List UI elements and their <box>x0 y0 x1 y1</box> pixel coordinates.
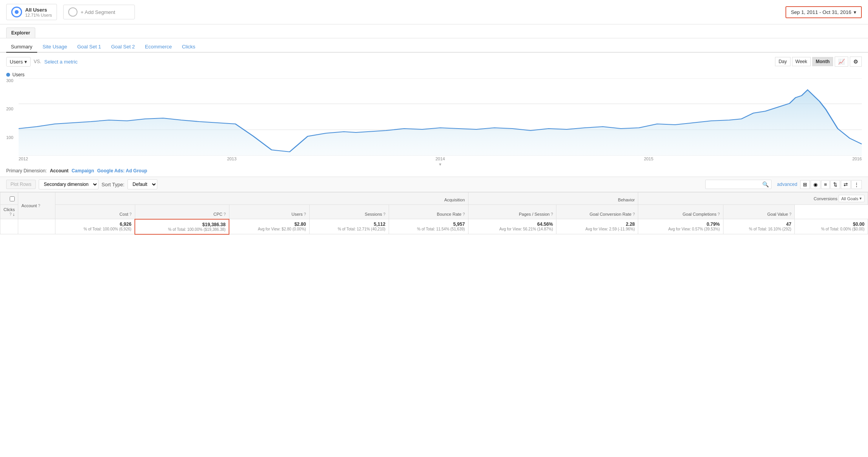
goal-completions-help-icon[interactable]: ? <box>718 212 720 216</box>
segment-bar: All Users 12.71% Users + Add Segment Sep… <box>0 0 868 24</box>
totals-cpc-cell: $2.80 Avg for View: $2.80 (0.00%) <box>229 219 309 234</box>
tab-ecommerce[interactable]: Ecommerce <box>140 41 176 53</box>
data-table: Account ? Acquisition Behavior Conversio… <box>0 192 868 235</box>
account-help-icon[interactable]: ? <box>38 204 40 208</box>
cost-help-icon[interactable]: ? <box>129 212 132 216</box>
totals-cpc-value: $2.80 <box>294 222 306 227</box>
add-segment-button[interactable]: + Add Segment <box>63 5 135 19</box>
totals-users-sub: % of Total: 12.71% (40,210) <box>313 227 386 231</box>
pie-view-icon[interactable]: ◉ <box>811 180 820 189</box>
plot-rows-button[interactable]: Plot Rows <box>6 180 36 189</box>
all-users-segment[interactable]: All Users 12.71% Users <box>6 4 57 20</box>
tab-summary[interactable]: Summary <box>6 41 37 53</box>
goal-value-help-icon[interactable]: ? <box>789 212 792 216</box>
totals-sessions-sub: % of Total: 11.54% (51,639) <box>392 227 465 231</box>
totals-goal-value-value: $0.00 <box>853 222 865 227</box>
list-view-icon[interactable]: ≡ <box>821 180 830 189</box>
totals-pages-session-sub: Avg for View: 2.59 (-11.96%) <box>560 227 635 231</box>
y-200: 200 <box>6 107 13 111</box>
segment-percentage: 12.71% Users <box>25 13 52 17</box>
totals-clicks-sub: % of Total: 100.00% (6,926) <box>59 227 131 231</box>
pivot-view-icon[interactable]: ⋮ <box>851 180 862 189</box>
totals-goal-conversion-rate-sub: Avg for View: 0.57% (39.53%) <box>641 227 720 231</box>
search-box: 🔍 <box>705 180 772 189</box>
clicks-col-header: Clicks ? ↓ <box>0 205 18 219</box>
select-all-checkbox[interactable] <box>10 196 15 201</box>
pages-session-help-icon[interactable]: ? <box>551 212 553 216</box>
totals-users-value: 5,112 <box>374 222 386 227</box>
dim-google-ads[interactable]: Google Ads: Ad Group <box>97 168 147 174</box>
goal-completions-col-header: Goal Completions ? <box>638 205 723 219</box>
users-col-header: Users ? <box>229 205 309 219</box>
date-range-label: Sep 1, 2011 - Oct 31, 2016 <box>791 9 851 15</box>
tab-site-usage[interactable]: Site Usage <box>38 41 72 53</box>
totals-pages-session-cell: 2.28 Avg for View: 2.59 (-11.96%) <box>556 219 638 234</box>
totals-clicks-value: 6,926 <box>120 222 131 227</box>
table-controls-right: 🔍 advanced ⊞ ◉ ≡ ⇅ ⇄ ⋮ <box>705 180 862 189</box>
users-help-icon[interactable]: ? <box>304 212 306 216</box>
grid-view-icon[interactable]: ⊞ <box>800 180 810 189</box>
totals-clicks-cell: 6,926 % of Total: 100.00% (6,926) <box>55 219 135 234</box>
totals-label-cell <box>18 219 55 234</box>
data-table-wrapper: Account ? Acquisition Behavior Conversio… <box>0 192 868 235</box>
cpc-help-icon[interactable]: ? <box>224 212 226 216</box>
tab-clicks[interactable]: Clicks <box>177 41 200 53</box>
cpc-col-header: CPC ? <box>135 205 229 219</box>
all-goals-dropdown[interactable]: All Goals ▾ <box>839 195 865 202</box>
metric-chevron-icon: ▾ <box>24 59 27 65</box>
week-button[interactable]: Week <box>792 57 811 66</box>
date-range-chevron-icon: ▾ <box>854 9 856 15</box>
tab-goal-set-2[interactable]: Goal Set 2 <box>107 41 140 53</box>
month-button[interactable]: Month <box>812 57 833 66</box>
tab-goal-set-1[interactable]: Goal Set 1 <box>72 41 105 53</box>
explorer-tab[interactable]: Explorer <box>6 27 35 38</box>
sort-type-dropdown[interactable]: Default <box>127 179 157 189</box>
vs-text: VS. <box>34 59 41 64</box>
view-icons: ⊞ ◉ ≡ ⇅ ⇄ ⋮ <box>800 180 862 189</box>
metric-dropdown[interactable]: Users ▾ <box>6 57 31 67</box>
select-metric-link[interactable]: Select a metric <box>44 59 78 65</box>
goal-conversion-rate-help-icon[interactable]: ? <box>633 212 635 216</box>
bounce-rate-col-header: Bounce Rate ? <box>389 205 468 219</box>
table-controls-left: Plot Rows Secondary dimension Sort Type:… <box>6 179 157 189</box>
totals-goal-completions-value: 47 <box>786 222 791 227</box>
sort-view-icon[interactable]: ⇅ <box>830 180 840 189</box>
all-goals-chevron-icon: ▾ <box>859 196 862 201</box>
search-icon[interactable]: 🔍 <box>762 181 769 187</box>
dim-campaign[interactable]: Campaign <box>72 168 94 174</box>
totals-bounce-rate-value: 64.56% <box>537 222 553 227</box>
secondary-dimension-dropdown[interactable]: Secondary dimension <box>39 179 98 189</box>
goal-value-col-header: Goal Value ? <box>723 205 795 219</box>
chart-area: Users 300 200 100 <box>0 70 868 163</box>
chart-controls-right: Day Week Month 📈 ⚙ <box>775 57 862 67</box>
x-label-2012: 2012 <box>19 156 28 161</box>
search-input[interactable] <box>708 182 762 187</box>
sort-arrow-icon[interactable]: ↓ <box>13 212 15 216</box>
table-controls: Plot Rows Secondary dimension Sort Type:… <box>0 177 868 192</box>
clicks-help-icon[interactable]: ? <box>9 212 12 216</box>
totals-goal-completions-sub: % of Total: 16.10% (292) <box>727 227 792 231</box>
dim-account[interactable]: Account <box>50 168 69 174</box>
totals-sessions-cell: 5,957 % of Total: 11.54% (51,639) <box>389 219 468 234</box>
pages-session-col-header: Pages / Session ? <box>468 205 556 219</box>
totals-goal-conversion-rate-value: 0.79% <box>707 222 720 227</box>
totals-goal-value-cell: $0.00 % of Total: 0.00% ($0.00) <box>795 219 868 234</box>
totals-goal-completions-cell: 47 % of Total: 16.10% (292) <box>723 219 795 234</box>
chart-controls: Users ▾ VS. Select a metric Day Week Mon… <box>0 53 868 70</box>
bounce-rate-help-icon[interactable]: ? <box>463 212 465 216</box>
metric-label: Users <box>10 59 23 65</box>
pie-chart-icon[interactable]: ⚙ <box>850 57 862 67</box>
behavior-group-header: Behavior <box>468 192 638 205</box>
totals-bounce-rate-sub: Avg for View: 56.21% (14.87%) <box>472 227 553 231</box>
sort-type-label: Sort Type: <box>102 182 124 187</box>
date-range-button[interactable]: Sep 1, 2011 - Oct 31, 2016 ▾ <box>785 6 862 18</box>
add-segment-circle-icon <box>68 7 78 17</box>
day-button[interactable]: Day <box>775 57 790 66</box>
line-chart-icon[interactable]: 📈 <box>835 57 848 67</box>
totals-goal-conversion-rate-cell: 0.79% Avg for View: 0.57% (39.53%) <box>638 219 723 234</box>
sessions-help-icon[interactable]: ? <box>383 212 386 216</box>
y-100: 100 <box>6 135 13 140</box>
compare-view-icon[interactable]: ⇄ <box>841 180 851 189</box>
segment-left: All Users 12.71% Users + Add Segment <box>6 4 135 20</box>
advanced-link[interactable]: advanced <box>777 182 797 187</box>
